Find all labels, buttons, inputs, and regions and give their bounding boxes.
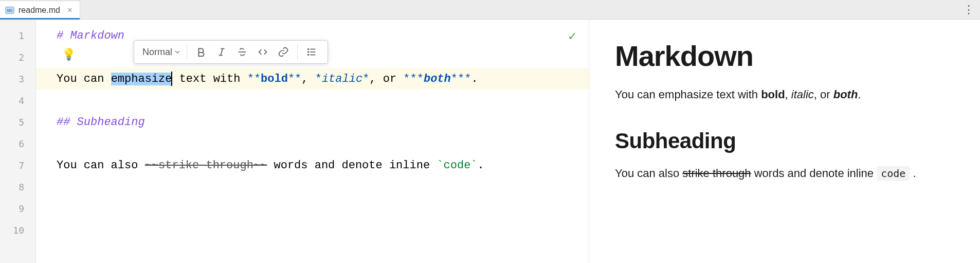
code-line: You can also ~~strike through~~ words an…: [36, 154, 589, 176]
text: You can: [57, 73, 111, 85]
line-number[interactable]: 3: [0, 68, 35, 90]
md-marker: *: [362, 73, 369, 85]
line-number[interactable]: 2: [0, 46, 35, 68]
svg-point-11: [308, 55, 309, 56]
selection: emphasize: [111, 73, 172, 85]
format-toolbar: Normal: [134, 40, 328, 64]
main-split: 1 2 3 4 5 6 7 8 9 10 ✓ 💡 # Markdown You …: [0, 20, 980, 263]
markdown-preview: Markdown You can emphasize text with bol…: [589, 20, 980, 263]
code-line-current: You can emphasize text with **bold**, *i…: [36, 68, 589, 90]
md-marker: ***: [403, 73, 424, 85]
strikethrough-button[interactable]: [232, 43, 252, 61]
tab-filename: readme.md: [19, 6, 60, 15]
code-editor[interactable]: ✓ 💡 # Markdown You can emphasize text wi…: [36, 20, 589, 263]
md-bold: bold: [261, 73, 288, 85]
md-code: `code`: [437, 159, 477, 172]
line-number[interactable]: 5: [0, 111, 35, 133]
line-number[interactable]: 1: [0, 25, 35, 46]
bold-button[interactable]: [191, 43, 211, 61]
line-number[interactable]: 10: [0, 219, 35, 241]
list-button[interactable]: [302, 43, 321, 61]
code-line: [36, 133, 589, 154]
line-number[interactable]: 7: [0, 154, 35, 176]
code-line: [36, 198, 589, 219]
preview-paragraph: You can also strike through words and de…: [615, 166, 954, 182]
code-line: [36, 219, 589, 241]
bold-text: bold: [761, 88, 785, 101]
tab-bar: MD readme.md × ⋮: [0, 0, 980, 20]
md-marker: **: [288, 73, 301, 85]
file-tab[interactable]: MD readme.md ×: [0, 1, 80, 19]
md-bold-italic: both: [424, 73, 451, 85]
text: ,: [301, 73, 315, 85]
chevron-down-icon: [174, 49, 180, 55]
italic-text: italic: [791, 88, 814, 101]
tab-options-icon[interactable]: ⋮: [963, 0, 975, 20]
paragraph-style-dropdown[interactable]: Normal: [137, 47, 186, 58]
preview-h2: Subheading: [615, 129, 954, 153]
text: .: [478, 159, 484, 172]
line-number-gutter: 1 2 3 4 5 6 7 8 9 10: [0, 20, 36, 263]
code-button[interactable]: [253, 43, 273, 61]
line-number[interactable]: 9: [0, 198, 35, 219]
text: , or: [369, 73, 403, 85]
line-number[interactable]: 6: [0, 133, 35, 154]
line-number[interactable]: 4: [0, 90, 35, 111]
md-strike: ~~strike through~~: [145, 159, 267, 172]
md-marker: **: [247, 73, 261, 85]
code-line: [36, 90, 589, 111]
link-button[interactable]: [274, 43, 293, 61]
markdown-file-icon: MD: [4, 5, 15, 16]
text: .: [471, 73, 478, 85]
close-icon[interactable]: ×: [65, 6, 75, 15]
inline-code: code: [877, 166, 910, 181]
md-marker: *: [315, 73, 322, 85]
md-heading: # Markdown: [57, 29, 124, 42]
text: text with: [172, 73, 247, 85]
preview-h1: Markdown: [615, 39, 954, 73]
text: You can also: [57, 159, 145, 172]
svg-line-4: [221, 49, 223, 56]
md-heading: ## Subheading: [57, 116, 145, 129]
italic-button[interactable]: [212, 43, 231, 61]
svg-point-9: [308, 49, 309, 50]
code-line: [36, 176, 589, 198]
preview-paragraph: You can emphasize text with bold, italic…: [615, 87, 954, 103]
intention-bulb-icon[interactable]: 💡: [62, 48, 76, 62]
separator: [297, 45, 298, 59]
text: words and denote inline: [267, 159, 437, 172]
code-line: ## Subheading: [36, 111, 589, 133]
style-label: Normal: [142, 47, 172, 58]
svg-point-10: [308, 51, 309, 52]
inspection-ok-icon[interactable]: ✓: [568, 28, 576, 44]
bold-italic-text: both: [833, 88, 858, 101]
svg-text:MD: MD: [7, 9, 13, 12]
md-italic: italic: [322, 73, 362, 85]
md-marker: ***: [451, 73, 471, 85]
strike-text: strike through: [682, 167, 751, 180]
line-number[interactable]: 8: [0, 176, 35, 198]
separator: [187, 45, 187, 59]
